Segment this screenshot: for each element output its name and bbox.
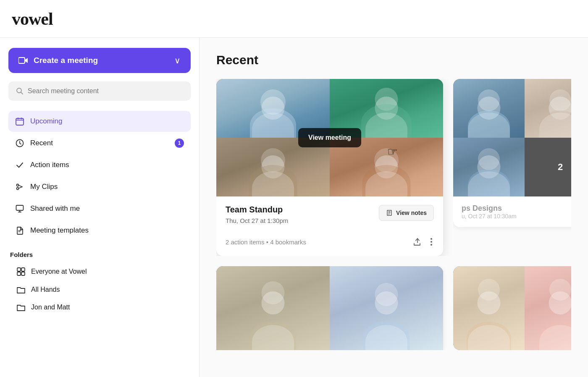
bottom-thumb-3 [453, 266, 525, 350]
svg-point-13 [430, 238, 432, 240]
section-title: Recent [216, 53, 571, 67]
sidebar: Create a meeting ∨ [0, 38, 200, 377]
svg-rect-2 [16, 118, 24, 125]
main-layout: Create a meeting ∨ [0, 38, 588, 377]
folder-jon-matt-label: Jon and Matt [31, 304, 70, 311]
video-thumb-partial-1 [453, 79, 525, 138]
view-notes-button[interactable]: View notes [379, 205, 434, 221]
svg-rect-8 [16, 205, 24, 210]
video-thumb-3 [216, 138, 330, 196]
card-datetime: Thu, Oct 27 at 1:30pm [226, 217, 288, 224]
folder-icon-jon-matt [17, 304, 25, 311]
file-icon [15, 226, 24, 235]
bottom-card-grid-2 [453, 266, 571, 350]
svg-point-6 [17, 184, 19, 186]
folder-item-all-hands[interactable]: All Hands [10, 281, 191, 298]
folder-item-jon-and-matt[interactable]: Jon and Matt [10, 298, 191, 316]
create-meeting-button[interactable]: Create a meeting ∨ [8, 48, 191, 73]
main-content: Recent [200, 38, 588, 377]
sidebar-item-action-items-label: Action items [30, 161, 69, 169]
bottom-thumb-2 [330, 266, 443, 350]
meeting-card-team-standup[interactable]: View meeting ☞ Team Standup Thu, Oct 27 … [216, 79, 443, 256]
svg-rect-11 [17, 272, 21, 275]
sidebar-item-upcoming[interactable]: Upcoming [8, 111, 191, 132]
app-logo: vowel [12, 9, 53, 29]
sidebar-item-my-clips[interactable]: My Clips [8, 176, 191, 197]
partial-card-info: ps Designs u, Oct 27 at 10:30am [453, 196, 571, 227]
video-thumb-partial-4: 2 [525, 138, 571, 196]
card-video-grid: View meeting ☞ [216, 79, 443, 196]
svg-rect-12 [21, 272, 25, 275]
sidebar-item-upcoming-label: Upcoming [30, 117, 63, 126]
scissors-icon [15, 182, 24, 191]
chevron-down-icon: ∨ [174, 55, 181, 65]
folder-all-hands-label: All Hands [31, 286, 60, 293]
video-thumb-1 [216, 79, 330, 138]
bottom-thumb-4 [525, 266, 571, 350]
clock-icon [15, 139, 24, 148]
share-button[interactable] [411, 236, 423, 248]
card-actions [411, 236, 434, 248]
video-thumb-2 [330, 79, 443, 138]
search-icon [16, 87, 24, 95]
svg-rect-3 [18, 118, 18, 119]
sidebar-item-recent[interactable]: Recent 1 [8, 133, 191, 154]
checkmark-icon [15, 160, 24, 170]
search-input[interactable] [28, 87, 183, 95]
svg-point-14 [430, 241, 432, 243]
svg-point-1 [17, 88, 21, 93]
sidebar-item-action-items[interactable]: Action items [8, 154, 191, 175]
card-info-team-standup: Team Standup Thu, Oct 27 at 1:30pm View … [216, 196, 443, 256]
meeting-card-partial[interactable]: 2 ps Designs u, Oct 27 at 10:30am [453, 79, 571, 256]
folders-section: Folders Everyone at Vowel [8, 251, 191, 316]
header: vowel [0, 0, 588, 38]
meetings-row-2 [216, 266, 571, 350]
monitor-icon [15, 204, 24, 213]
grid-icon [17, 267, 25, 276]
meeting-card-bottom-1[interactable] [216, 266, 443, 350]
search-bar[interactable] [8, 81, 191, 101]
folder-icon-all-hands [17, 286, 25, 293]
recent-badge: 1 [175, 139, 184, 148]
meeting-card-bottom-2[interactable] [453, 266, 571, 350]
sidebar-item-meeting-templates-label: Meeting templates [30, 226, 89, 235]
overflow-count-badge: 2 [558, 162, 563, 173]
svg-rect-10 [21, 268, 25, 271]
logo-text: vowel [12, 9, 53, 29]
svg-rect-9 [17, 268, 21, 271]
folder-item-everyone[interactable]: Everyone at Vowel [10, 262, 191, 281]
meetings-row-1: View meeting ☞ Team Standup Thu, Oct 27 … [216, 79, 571, 256]
calendar-icon [15, 117, 24, 126]
folders-title: Folders [10, 251, 191, 258]
svg-rect-0 [18, 58, 25, 63]
svg-rect-4 [21, 118, 22, 119]
sidebar-nav: Upcoming Recent 1 [8, 111, 191, 241]
card-title: Team Standup [226, 205, 288, 215]
video-thumb-partial-2 [525, 79, 571, 138]
card-meta: 2 action items • 4 bookmarks [226, 238, 306, 246]
more-options-button[interactable] [429, 236, 434, 247]
svg-point-7 [17, 188, 19, 190]
sidebar-item-recent-label: Recent [30, 139, 53, 147]
video-camera-icon [18, 57, 29, 64]
sidebar-item-shared-with-me-label: Shared with me [30, 204, 80, 213]
partial-card-datetime: u, Oct 27 at 10:30am [462, 213, 571, 220]
sidebar-item-my-clips-label: My Clips [30, 183, 58, 191]
partial-card-title: ps Designs [462, 204, 571, 213]
bottom-card-grid-1 [216, 266, 443, 350]
sidebar-item-shared-with-me[interactable]: Shared with me [8, 198, 191, 219]
video-thumb-partial-3 [453, 138, 525, 196]
folder-everyone-label: Everyone at Vowel [31, 268, 87, 275]
bottom-thumb-1 [216, 266, 330, 350]
video-thumb-4 [330, 138, 443, 196]
view-notes-label: View notes [396, 209, 427, 216]
create-meeting-label: Create a meeting [34, 56, 98, 65]
sidebar-item-meeting-templates[interactable]: Meeting templates [8, 220, 191, 241]
card-video-grid-partial: 2 [453, 79, 571, 196]
svg-point-15 [430, 244, 432, 246]
